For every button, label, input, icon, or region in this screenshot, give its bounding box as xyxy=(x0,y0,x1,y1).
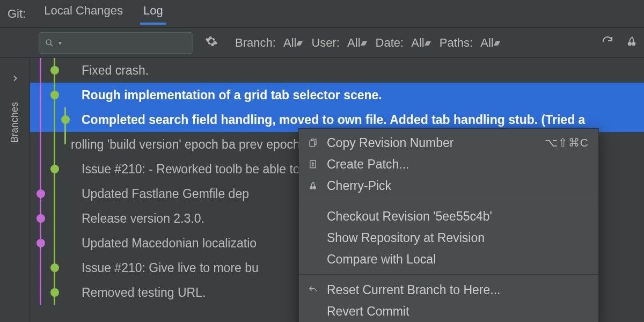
svg-point-3 xyxy=(632,41,635,45)
log-main: Branches Fixed crash. Rough implementati… xyxy=(0,58,644,322)
tab-log[interactable]: Log xyxy=(141,4,165,24)
menu-label: Create Patch... xyxy=(327,157,589,172)
menu-label: Cherry-Pick xyxy=(327,179,589,193)
commit-context-menu: Copy Revision Number ⌥⇧⌘C Create Patch..… xyxy=(298,128,599,322)
commit-message: rolling 'build version' epoch ba prev ep… xyxy=(71,137,300,152)
sort-icon: ▴▾ xyxy=(494,38,498,48)
commit-message: Issue #210: Give live to more bu xyxy=(82,261,259,275)
commit-graph-cell xyxy=(30,181,79,206)
tab-local-changes[interactable]: Local Changes xyxy=(42,4,125,24)
commit-message: Updated Macedonian localizatio xyxy=(82,236,257,251)
cherry-icon xyxy=(306,181,319,191)
filter-user[interactable]: User: All▴▾ xyxy=(311,36,364,50)
branches-rail[interactable]: Branches xyxy=(0,58,30,322)
commit-row[interactable]: Rough implementation of a grid tab selec… xyxy=(30,83,644,107)
menu-label: Revert Commit xyxy=(327,304,589,319)
commit-graph-cell xyxy=(30,231,79,255)
menu-separator xyxy=(299,274,598,275)
menu-checkout-revision[interactable]: Checkout Revision '5ee55c4b' xyxy=(299,206,598,227)
commit-graph-cell xyxy=(30,83,79,107)
menu-revert-commit[interactable]: Revert Commit xyxy=(299,301,598,322)
branches-label: Branches xyxy=(9,102,20,143)
search-box[interactable]: ▾ xyxy=(39,32,193,54)
svg-point-11 xyxy=(313,186,316,189)
commit-message: Updated Fastlane Gemfile dep xyxy=(82,187,249,201)
commit-message: Completed search field handling, moved t… xyxy=(82,113,585,127)
cherry-pick-button[interactable] xyxy=(626,35,638,50)
commit-row[interactable]: Fixed crash. xyxy=(30,58,644,83)
copy-icon xyxy=(306,138,319,148)
menu-label: Reset Current Branch to Here... xyxy=(327,283,589,297)
sort-icon: ▴▾ xyxy=(296,38,301,48)
menu-label: Compare with Local xyxy=(327,252,589,267)
patch-icon xyxy=(306,159,319,169)
svg-point-0 xyxy=(46,40,51,45)
menu-compare-with-local[interactable]: Compare with Local xyxy=(299,248,598,270)
commit-graph-cell xyxy=(30,132,79,157)
sort-icon: ▴▾ xyxy=(361,38,365,48)
menu-show-repo-at-revision[interactable]: Show Repository at Revision xyxy=(299,227,598,248)
menu-label: Copy Revision Number xyxy=(327,136,537,150)
filter-branch[interactable]: Branch: All▴▾ xyxy=(235,36,301,50)
commit-graph-cell xyxy=(30,255,79,280)
commit-message: Issue #210: - Reworked toolb be able to … xyxy=(82,162,308,177)
menu-separator xyxy=(299,201,598,201)
commit-message: Rough implementation of a grid tab selec… xyxy=(82,88,382,103)
expand-branches-icon[interactable] xyxy=(11,72,19,86)
log-toolbar: ▾ Branch: All▴▾ User: All▴▾ Date: All▴▾ … xyxy=(0,28,644,58)
svg-point-10 xyxy=(310,186,313,189)
commit-graph-cell xyxy=(30,206,79,231)
menu-label: Checkout Revision '5ee55c4b' xyxy=(327,209,589,224)
commit-graph-cell xyxy=(30,280,79,305)
menu-label: Show Repository at Revision xyxy=(327,231,589,245)
vcs-title: Git: xyxy=(8,7,26,21)
menu-copy-revision[interactable]: Copy Revision Number ⌥⇧⌘C xyxy=(299,132,598,153)
chevron-down-icon: ▾ xyxy=(58,39,62,47)
filter-paths[interactable]: Paths: All▴▾ xyxy=(440,36,498,50)
commit-graph-cell xyxy=(30,58,79,83)
svg-line-1 xyxy=(50,44,53,46)
refresh-button[interactable] xyxy=(601,35,614,51)
commit-log: Fixed crash. Rough implementation of a g… xyxy=(30,58,644,322)
commit-graph-cell xyxy=(30,107,79,132)
vcs-settings-button[interactable] xyxy=(203,33,220,53)
sort-icon: ▴▾ xyxy=(425,38,429,48)
svg-point-2 xyxy=(628,41,632,45)
menu-reset-branch[interactable]: Reset Current Branch to Here... xyxy=(299,279,598,301)
vcs-header: Git: Local Changes Log xyxy=(0,0,644,28)
menu-cherry-pick[interactable]: Cherry-Pick xyxy=(299,175,598,196)
commit-message: Removed testing URL. xyxy=(82,286,206,300)
commit-graph-cell xyxy=(30,157,79,181)
undo-icon xyxy=(306,285,319,295)
menu-shortcut: ⌥⇧⌘C xyxy=(545,136,589,149)
commit-message: Release version 2.3.0. xyxy=(82,211,204,226)
menu-create-patch[interactable]: Create Patch... xyxy=(299,153,598,175)
filter-group: Branch: All▴▾ User: All▴▾ Date: All▴▾ Pa… xyxy=(235,36,498,50)
filter-date[interactable]: Date: All▴▾ xyxy=(376,36,429,50)
commit-message: Fixed crash. xyxy=(82,63,149,78)
search-input[interactable] xyxy=(66,36,202,49)
search-icon xyxy=(45,38,54,48)
svg-rect-5 xyxy=(310,141,314,147)
